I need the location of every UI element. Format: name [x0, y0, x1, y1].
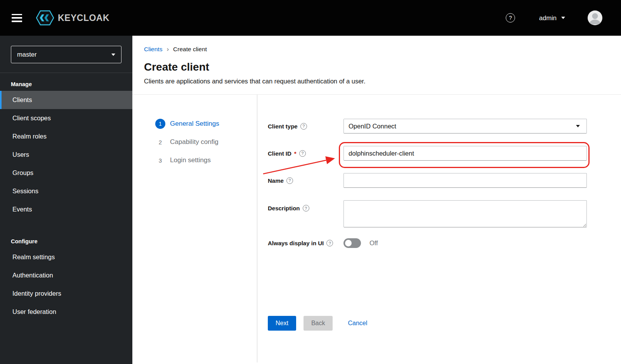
always-display-toggle[interactable] [343, 238, 361, 248]
avatar[interactable] [588, 10, 602, 25]
user-menu[interactable]: admin [539, 14, 565, 22]
client-id-input[interactable] [343, 146, 587, 161]
description-help-icon[interactable]: ? [303, 205, 309, 211]
chevron-down-icon [576, 125, 580, 127]
user-name: admin [539, 14, 557, 22]
hamburger-menu-icon[interactable] [12, 14, 22, 22]
client-id-label: Client ID * ? [268, 150, 343, 157]
page-subtitle: Clients are applications and services th… [144, 78, 605, 85]
required-asterisk: * [294, 150, 297, 157]
wizard-step-label: Capability config [170, 138, 219, 146]
toggle-knob [345, 240, 352, 246]
client-type-select[interactable]: OpenID Connect [343, 119, 587, 133]
always-display-help-icon[interactable]: ? [326, 240, 333, 246]
client-type-select-value: OpenID Connect [349, 123, 396, 130]
sidebar-item-sessions[interactable]: Sessions [0, 182, 132, 200]
wizard-step-number: 3 [155, 155, 165, 165]
sidebar-item-users[interactable]: Users [0, 146, 132, 164]
nav-section-manage: Manage [0, 73, 132, 91]
name-input[interactable] [343, 173, 587, 188]
sidebar-item-events[interactable]: Events [0, 200, 132, 218]
wizard-nav: 1 General Settings 2 Capability config 3… [132, 95, 257, 362]
page-header: Clients › Create client Create client Cl… [132, 36, 621, 95]
chevron-down-icon [561, 17, 565, 19]
sidebar-item-identity-providers[interactable]: Identity providers [0, 284, 132, 303]
client-type-label: Client type ? [268, 123, 343, 130]
breadcrumb-current: Create client [173, 46, 207, 53]
sidebar-item-authentication[interactable]: Authentication [0, 266, 132, 284]
realm-selector[interactable]: master [11, 46, 121, 63]
keycloak-logo-icon [36, 10, 54, 26]
chevron-down-icon [111, 54, 115, 56]
always-display-state: Off [369, 239, 378, 247]
sidebar-item-user-federation[interactable]: User federation [0, 303, 132, 321]
sidebar-item-clients[interactable]: Clients [0, 91, 132, 109]
main-content: Clients › Create client Create client Cl… [132, 36, 621, 364]
sidebar-item-realm-roles[interactable]: Realm roles [0, 127, 132, 146]
next-button[interactable]: Next [268, 316, 296, 331]
wizard-step-general-settings[interactable]: 1 General Settings [155, 119, 257, 129]
cancel-button[interactable]: Cancel [348, 316, 367, 331]
description-label: Description ? [268, 205, 343, 211]
back-button[interactable]: Back [304, 316, 333, 331]
wizard-step-label: Login settings [170, 156, 211, 164]
wizard-step-capability-config[interactable]: 2 Capability config [155, 137, 257, 147]
keycloak-brand[interactable]: KEYCLOAK [36, 10, 109, 26]
nav-section-configure: Configure [0, 230, 132, 248]
realm-selector-value: master [17, 51, 36, 58]
description-textarea[interactable] [343, 200, 587, 227]
page-title: Create client [144, 61, 605, 73]
name-label: Name ? [268, 177, 343, 184]
wizard-step-label: General Settings [170, 120, 219, 128]
sidebar-item-realm-settings[interactable]: Realm settings [0, 248, 132, 266]
topbar: KEYCLOAK ? admin [0, 0, 621, 36]
breadcrumb-clients-link[interactable]: Clients [144, 46, 162, 53]
wizard-step-number: 1 [155, 119, 165, 129]
wizard-step-login-settings[interactable]: 3 Login settings [155, 155, 257, 165]
client-id-help-icon[interactable]: ? [299, 150, 306, 157]
sidebar-item-client-scopes[interactable]: Client scopes [0, 109, 132, 127]
sidebar: master Manage Clients Client scopes Real… [0, 36, 132, 364]
breadcrumb: Clients › Create client [144, 45, 605, 53]
client-type-help-icon[interactable]: ? [300, 123, 307, 130]
brand-wordmark: KEYCLOAK [58, 13, 109, 23]
breadcrumb-separator-icon: › [167, 45, 169, 53]
form-actions: Next Back Cancel [268, 316, 587, 331]
wizard-step-number: 2 [155, 137, 165, 147]
sidebar-item-groups[interactable]: Groups [0, 164, 132, 182]
name-help-icon[interactable]: ? [286, 177, 293, 184]
help-icon[interactable]: ? [506, 13, 515, 23]
create-client-form: Client type ? OpenID Connect Client ID *… [257, 95, 621, 362]
always-display-label: Always display in UI ? [268, 240, 343, 246]
